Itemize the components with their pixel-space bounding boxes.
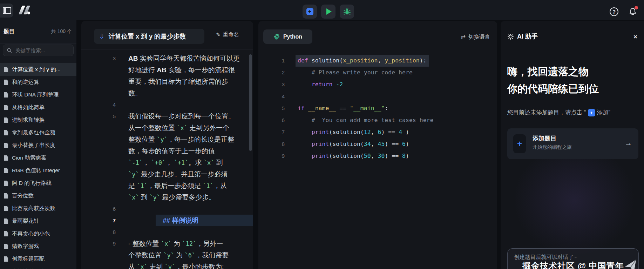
sidebar: 题目 共 100 个 计算位置 x 到 y 的... 和的逆运算 环状 DNA … xyxy=(0,20,76,269)
plus-icon: + xyxy=(306,8,313,15)
sidebar-item-label: 拿到最多红包金额 xyxy=(12,129,55,136)
line-number xyxy=(81,122,116,134)
add-button[interactable]: + xyxy=(303,5,317,19)
description-row: 9- 整数位置 `x` 为 `12`，另外一 xyxy=(81,238,253,249)
description-row: 好地进行 AB 实验，每一步的流程很 xyxy=(81,64,253,76)
python-icon xyxy=(273,33,280,40)
line-number: 6 xyxy=(258,114,285,126)
debug-button[interactable] xyxy=(340,5,354,19)
line-number: 5 xyxy=(258,102,285,114)
sidebar-item-label: 及格如此简单 xyxy=(12,104,45,111)
close-icon[interactable]: × xyxy=(633,33,637,40)
sidebar-item[interactable]: 拿到最多红包金额 xyxy=(0,126,76,139)
plus-icon: + xyxy=(588,109,595,116)
description-rows[interactable]: 3AB 实验同学每天都很苦恼如何可以更好地进行 AB 实验，每一步的流程很重要，… xyxy=(81,49,253,269)
line-number: 8 xyxy=(258,138,285,150)
editor-header: Python ⇄ 切换语言 xyxy=(258,21,497,50)
description-row: 数。 xyxy=(81,87,253,99)
sidebar-item[interactable]: 比赛最高获胜次数 xyxy=(0,202,76,215)
line-number: 7 xyxy=(81,215,116,226)
ai-heading: 嗨，找回遗落之物 你的代码陪练已到位 xyxy=(507,63,599,97)
description-row: `-1`， `+0`， `+1`。求 `x` 到 xyxy=(81,157,253,168)
line-number xyxy=(81,191,116,203)
sidebar-item[interactable]: 交战计谋的计分次数 xyxy=(0,265,76,269)
problem-title: 计算位置 x 到 y 的最少步数 xyxy=(109,32,186,41)
code-line: 3 return -2 xyxy=(258,79,497,90)
document-icon xyxy=(4,231,9,237)
sidebar-item-label: 和的逆运算 xyxy=(12,79,39,86)
run-button[interactable] xyxy=(321,5,335,19)
rename-label: 重命名 xyxy=(223,31,239,38)
document-icon xyxy=(4,130,9,136)
sidebar-item[interactable]: 环状 DNA 序列整理 xyxy=(0,88,76,101)
pencil-icon: ✎ xyxy=(216,32,221,38)
sidebar-item[interactable]: 暴雨梨花针 xyxy=(0,215,76,227)
language-tab[interactable]: Python xyxy=(263,29,312,44)
marscode-logo xyxy=(18,6,32,15)
sidebar-item-label: 环状 DNA 序列整理 xyxy=(12,91,59,99)
sidebar-item[interactable]: 猜数字游戏 xyxy=(0,240,76,253)
sidebar-item[interactable]: Cion 勒索病毒 xyxy=(0,152,76,164)
document-icon xyxy=(4,92,9,98)
line-number: 7 xyxy=(258,126,285,138)
switch-language-label: 切换语言 xyxy=(468,33,490,41)
sidebar-item-label: 不再贪心的小包 xyxy=(12,230,50,237)
sidebar-item-label: 比赛最高获胜次数 xyxy=(12,205,55,212)
line-number xyxy=(81,134,116,145)
sidebar-item[interactable]: 不再贪心的小包 xyxy=(0,227,76,240)
sidebar-item[interactable]: 最小替换子串长度 xyxy=(0,139,76,152)
document-icon xyxy=(4,155,9,161)
document-icon xyxy=(4,256,9,262)
line-number: 9 xyxy=(81,238,116,249)
sidebar-item[interactable]: 及格如此简单 xyxy=(0,101,76,114)
line-number xyxy=(81,145,116,157)
sidebar-item[interactable]: 进制求和转换 xyxy=(0,114,76,126)
help-icon[interactable]: ? xyxy=(610,7,618,16)
sidebar-toggle-button[interactable] xyxy=(0,4,13,18)
description-row: 4 xyxy=(81,99,253,110)
description-row: 6 xyxy=(81,203,253,215)
sidebar-item[interactable]: 百分位数 xyxy=(0,189,76,202)
document-icon xyxy=(4,206,9,211)
arrow-right-icon: → xyxy=(625,139,632,147)
plus-icon: + xyxy=(513,134,526,153)
document-icon xyxy=(4,142,9,148)
code-line: 8 print(solution(34, 45) == 6) xyxy=(258,138,497,150)
add-problem-card[interactable]: + 添加题目 开始您的编程之旅 → xyxy=(507,128,638,159)
toolbar: + xyxy=(303,5,354,19)
rename-button[interactable]: ✎ 重命名 xyxy=(216,31,239,38)
document-icon xyxy=(4,79,9,85)
ai-hint-prefix: 您目前还未添加题目，请点击 “ xyxy=(507,109,586,116)
sidebar-item[interactable]: 计算位置 x 到 y 的... xyxy=(0,63,76,76)
switch-language-button[interactable]: ⇄ 切换语言 xyxy=(461,33,490,41)
sidebar-item[interactable]: 阿 D 的飞行路线 xyxy=(0,177,76,189)
notifications-button[interactable] xyxy=(628,7,637,16)
description-row: 从一个整数位置 `x` 走到另外一个 xyxy=(81,122,253,134)
search-icon xyxy=(7,48,12,53)
sidebar-item[interactable]: 和的逆运算 xyxy=(0,76,76,88)
language-name: Python xyxy=(283,34,302,40)
line-number: 6 xyxy=(81,203,116,215)
search-box[interactable] xyxy=(3,45,74,56)
line-number xyxy=(81,261,116,269)
sidebar-title: 题目 xyxy=(4,28,15,35)
line-number xyxy=(81,64,116,76)
code-line: 7 print(solution(12, 6) == 4 ) xyxy=(258,126,497,138)
sidebar-item[interactable]: RGB 色值转 Integer xyxy=(0,164,76,177)
line-number: 1 xyxy=(258,55,285,67)
description-row: 整数位置 `y`，每一步的长度是正整 xyxy=(81,134,253,145)
chat-input[interactable] xyxy=(513,254,633,261)
add-problem-title: 添加题目 xyxy=(533,134,556,142)
sidebar-item[interactable]: 创意标题匹配 xyxy=(0,253,76,265)
description-scrollbar[interactable] xyxy=(249,54,252,151)
description-header: ⇩ 计算位置 x 到 y 的最少步数 ✎ 重命名 xyxy=(81,21,253,49)
ai-heading-line1: 嗨，找回遗落之物 xyxy=(507,63,599,80)
search-input[interactable] xyxy=(15,47,70,54)
code-line: 6 # You can add more test cases here xyxy=(258,114,497,126)
problem-title-button[interactable]: ⇩ 计算位置 x 到 y 的最少步数 xyxy=(94,29,204,44)
line-number xyxy=(81,168,116,180)
description-row: 8 xyxy=(81,226,253,238)
code-line: 5if __name__ == "__main__": xyxy=(258,102,497,114)
description-row: 5我们假设每一步对应到每一个位置。 xyxy=(81,110,253,122)
code-editor[interactable]: 1def solution(x_position, y_position):2 … xyxy=(258,50,497,162)
